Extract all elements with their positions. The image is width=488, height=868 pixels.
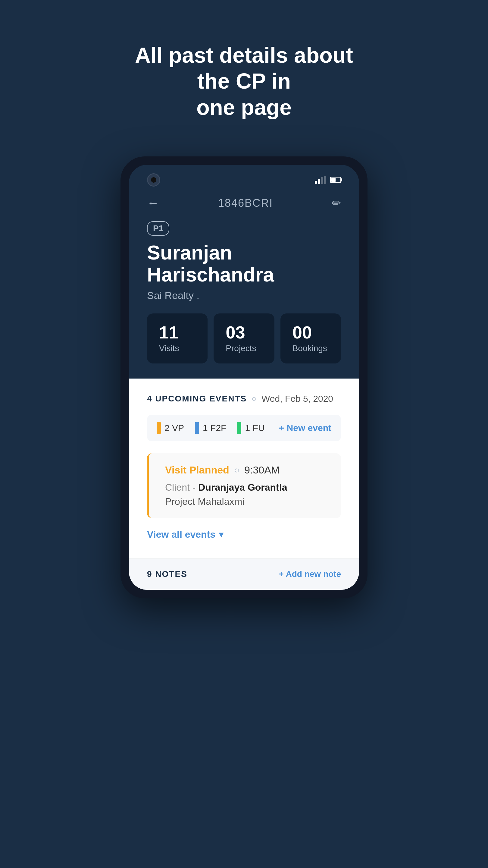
- events-date: Wed, Feb 5, 2020: [261, 394, 333, 404]
- stat-card-bookings: 00 Bookings: [281, 313, 341, 364]
- fu-pill-text: 1 FU: [245, 423, 264, 433]
- event-card: Visit Planned ○ 9:30AM Client - Duranjay…: [147, 453, 341, 518]
- profile-section: P1 Suranjan Harischandra Sai Realty . 11…: [129, 218, 359, 378]
- event-client-row: Client - Duranjaya Gorantla: [165, 482, 331, 493]
- event-pills-row: 2 VP 1 F2F 1 FU + New event: [147, 415, 341, 441]
- new-event-button[interactable]: + New event: [279, 423, 331, 433]
- signal-icon: [315, 176, 326, 184]
- event-type-label: Visit Planned: [165, 464, 229, 476]
- edit-icon[interactable]: ✏: [332, 197, 341, 210]
- add-note-button[interactable]: + Add new note: [279, 569, 341, 579]
- stat-projects-label: Projects: [226, 344, 262, 353]
- profile-company: Sai Realty .: [147, 290, 341, 301]
- battery-icon: [330, 177, 341, 183]
- stat-card-projects: 03 Projects: [214, 313, 274, 364]
- notes-count-label: 9 NOTES: [147, 569, 187, 579]
- phone-screen: ← 1846BCRI ✏ P1 Suranjan Harischandra Sa…: [129, 165, 359, 590]
- event-type-time-row: Visit Planned ○ 9:30AM: [165, 464, 331, 476]
- events-header: 4 UPCOMING EVENTS ○ Wed, Feb 5, 2020: [147, 394, 341, 404]
- event-project: Project Mahalaxmi: [165, 496, 331, 507]
- event-pills: 2 VP 1 F2F 1 FU: [157, 422, 264, 434]
- chevron-down-icon: ▾: [219, 530, 223, 539]
- profile-name: Suranjan Harischandra: [147, 242, 341, 285]
- profile-badge: P1: [147, 221, 169, 236]
- status-bar: [129, 165, 359, 190]
- phone-frame: ← 1846BCRI ✏ P1 Suranjan Harischandra Sa…: [121, 156, 367, 598]
- camera-dot: [147, 173, 160, 187]
- fu-dot-icon: [237, 422, 241, 434]
- events-count-label: 4 UPCOMING EVENTS: [147, 394, 247, 404]
- event-pill-vp: 2 VP: [157, 422, 184, 434]
- vp-dot-icon: [157, 422, 161, 434]
- back-button[interactable]: ←: [147, 196, 159, 210]
- event-pill-fu: 1 FU: [237, 422, 264, 434]
- app-nav-bar: ← 1846BCRI ✏: [129, 190, 359, 218]
- stat-visits-label: Visits: [159, 344, 195, 353]
- vp-pill-text: 2 VP: [164, 423, 184, 433]
- status-icons: [315, 176, 341, 184]
- notes-section: 9 NOTES + Add new note: [129, 558, 359, 590]
- stat-projects-number: 03: [226, 324, 262, 341]
- event-client-name: Duranjaya Gorantla: [198, 482, 287, 493]
- f2f-dot-icon: [195, 422, 199, 434]
- white-card: 4 UPCOMING EVENTS ○ Wed, Feb 5, 2020 2 V…: [129, 378, 359, 558]
- stats-row: 11 Visits 03 Projects 00 Bookings: [147, 313, 341, 364]
- stat-card-visits: 11 Visits: [147, 313, 207, 364]
- stat-visits-number: 11: [159, 324, 195, 341]
- stat-bookings-number: 00: [293, 324, 329, 341]
- nav-title: 1846BCRI: [218, 197, 273, 210]
- view-all-events-button[interactable]: View all events ▾: [147, 529, 341, 540]
- event-pill-f2f: 1 F2F: [195, 422, 226, 434]
- page-headline: All past details about the CP in one pag…: [78, 42, 410, 120]
- view-all-events-label: View all events: [147, 529, 216, 540]
- event-time: 9:30AM: [244, 464, 280, 476]
- stat-bookings-label: Bookings: [293, 344, 329, 353]
- f2f-pill-text: 1 F2F: [203, 423, 226, 433]
